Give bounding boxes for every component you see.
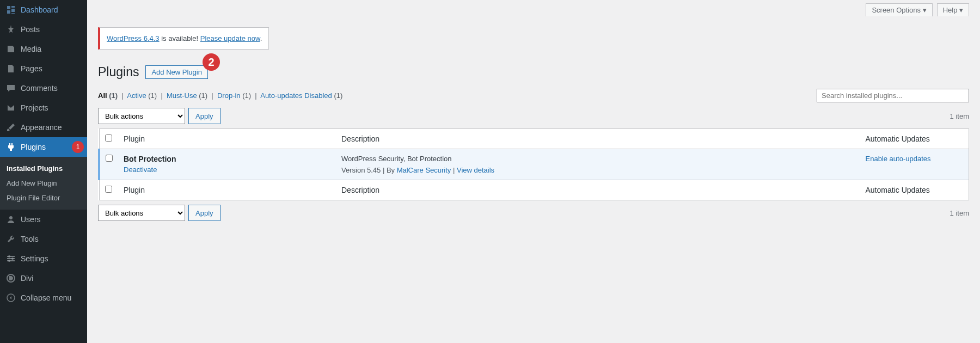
view-details-link[interactable]: View details	[457, 166, 494, 174]
plugins-table: Plugin Description Automatic Updates Bot…	[98, 128, 969, 200]
sidebar-item-divi[interactable]: Divi	[0, 268, 87, 288]
sidebar-item-collapse[interactable]: Collapse menu	[0, 288, 87, 308]
admin-sidebar: Dashboard Posts Media Pages Comments Pro…	[0, 0, 87, 343]
chevron-down-icon: ▾	[959, 6, 963, 14]
column-auto-updates[interactable]: Automatic Updates	[860, 129, 969, 149]
update-badge: 1	[72, 141, 84, 153]
sidebar-item-plugins[interactable]: Plugins1	[0, 137, 87, 157]
filter-drop-in[interactable]: Drop-in (1)	[217, 91, 251, 100]
help-button[interactable]: Help ▾	[937, 3, 969, 16]
author-link[interactable]: MalCare Security	[397, 166, 451, 174]
sidebar-label: Divi	[21, 274, 33, 283]
submenu-add-new-plugin[interactable]: Add New Plugin	[0, 176, 87, 191]
sidebar-item-tools[interactable]: Tools	[0, 229, 87, 249]
select-all-checkbox-bottom[interactable]	[105, 186, 112, 193]
sidebar-label: Settings	[21, 254, 48, 263]
deactivate-link[interactable]: Deactivate	[124, 166, 157, 174]
sidebar-item-appearance[interactable]: Appearance	[0, 118, 87, 137]
bulk-action-select-bottom[interactable]: Bulk actions	[98, 205, 185, 221]
svg-point-4	[8, 255, 10, 258]
bulk-actions-bottom: Bulk actions Apply	[98, 205, 220, 221]
enable-auto-updates-link[interactable]: Enable auto-updates	[866, 155, 931, 163]
update-notice: WordPress 6.4.3 is available! Please upd…	[98, 27, 269, 50]
sidebar-label: Media	[21, 45, 41, 53]
pages-icon	[5, 63, 16, 74]
sidebar-item-pages[interactable]: Pages	[0, 59, 87, 78]
sidebar-item-dashboard[interactable]: Dashboard	[0, 0, 87, 20]
top-bar: Screen Options ▾ Help ▾	[87, 0, 980, 16]
sidebar-label: Posts	[21, 25, 40, 34]
search-box	[817, 89, 969, 102]
filter-must-use[interactable]: Must-Use (1)	[167, 91, 207, 100]
settings-icon	[5, 253, 16, 264]
sidebar-item-users[interactable]: Users	[0, 210, 87, 229]
sidebar-item-settings[interactable]: Settings	[0, 249, 87, 268]
chevron-down-icon: ▾	[923, 6, 927, 14]
page-heading-row: Plugins Add New Plugin 2	[98, 63, 969, 81]
sidebar-label: Plugins	[21, 143, 46, 151]
brush-icon	[5, 122, 16, 133]
collapse-icon	[5, 292, 16, 303]
submenu-installed-plugins[interactable]: Installed Plugins	[0, 161, 87, 176]
filter-links: All (1) | Active (1) | Must-Use (1) | Dr…	[98, 91, 342, 100]
sidebar-label: Collapse menu	[21, 293, 71, 302]
dashboard-icon	[5, 4, 16, 15]
user-icon	[5, 214, 16, 225]
svg-point-5	[11, 258, 14, 260]
filter-active[interactable]: Active (1)	[127, 91, 157, 100]
plug-icon	[5, 142, 16, 152]
search-input[interactable]	[817, 89, 969, 102]
screen-options-button[interactable]: Screen Options ▾	[866, 3, 932, 16]
comment-icon	[5, 83, 16, 94]
sidebar-label: Users	[21, 215, 41, 224]
sidebar-label: Pages	[21, 64, 42, 73]
plugin-description: WordPress Security, Bot Protection	[341, 155, 855, 163]
notice-text: is available!	[160, 34, 200, 42]
projects-icon	[5, 102, 16, 113]
filter-all[interactable]: All (1)	[98, 91, 118, 100]
filter-auto-updates-disabled[interactable]: Auto-updates Disabled (1)	[260, 91, 342, 100]
plugin-meta: Version 5.45 | By MalCare Security | Vie…	[341, 166, 855, 174]
sidebar-label: Comments	[21, 84, 58, 93]
sidebar-item-comments[interactable]: Comments	[0, 78, 87, 98]
item-count-bottom: 1 item	[950, 209, 969, 217]
row-checkbox[interactable]	[106, 155, 113, 162]
svg-point-0	[9, 216, 13, 219]
table-row: Bot Protection Deactivate WordPress Secu…	[99, 149, 969, 180]
update-now-link[interactable]: Please update now	[200, 34, 260, 42]
sidebar-item-media[interactable]: Media	[0, 39, 87, 59]
sidebar-label: Dashboard	[21, 5, 58, 14]
column-auto-updates-foot[interactable]: Automatic Updates	[860, 180, 969, 200]
apply-button-bottom[interactable]: Apply	[188, 205, 220, 221]
submenu-plugin-file-editor[interactable]: Plugin File Editor	[0, 191, 87, 205]
pin-icon	[5, 24, 16, 35]
plugins-submenu: Installed Plugins Add New Plugin Plugin …	[0, 157, 87, 210]
bulk-action-select[interactable]: Bulk actions	[98, 108, 185, 124]
divi-icon	[5, 273, 16, 284]
annotation-badge: 2	[203, 53, 220, 71]
media-icon	[5, 44, 16, 54]
apply-button[interactable]: Apply	[188, 108, 220, 124]
item-count-top: 1 item	[950, 112, 969, 120]
column-plugin-foot[interactable]: Plugin	[118, 180, 336, 200]
bulk-actions-top: Bulk actions Apply	[98, 108, 220, 124]
column-description[interactable]: Description	[336, 129, 860, 149]
sidebar-item-projects[interactable]: Projects	[0, 98, 87, 118]
sidebar-item-posts[interactable]: Posts	[0, 20, 87, 39]
column-plugin[interactable]: Plugin	[118, 129, 336, 149]
select-all-checkbox[interactable]	[105, 134, 112, 142]
tools-icon	[5, 234, 16, 244]
main-content: Screen Options ▾ Help ▾ WordPress 6.4.3 …	[87, 0, 980, 236]
notice-end: .	[260, 34, 262, 42]
page-title: Plugins	[98, 65, 139, 79]
add-new-plugin-button[interactable]: Add New Plugin	[145, 65, 208, 79]
wordpress-version-link[interactable]: WordPress 6.4.3	[107, 34, 160, 42]
column-description-foot[interactable]: Description	[336, 180, 860, 200]
sidebar-label: Tools	[21, 235, 39, 243]
sidebar-label: Projects	[21, 103, 48, 112]
svg-point-6	[8, 260, 10, 262]
plugin-name: Bot Protection	[124, 155, 330, 163]
sidebar-label: Appearance	[21, 123, 62, 132]
